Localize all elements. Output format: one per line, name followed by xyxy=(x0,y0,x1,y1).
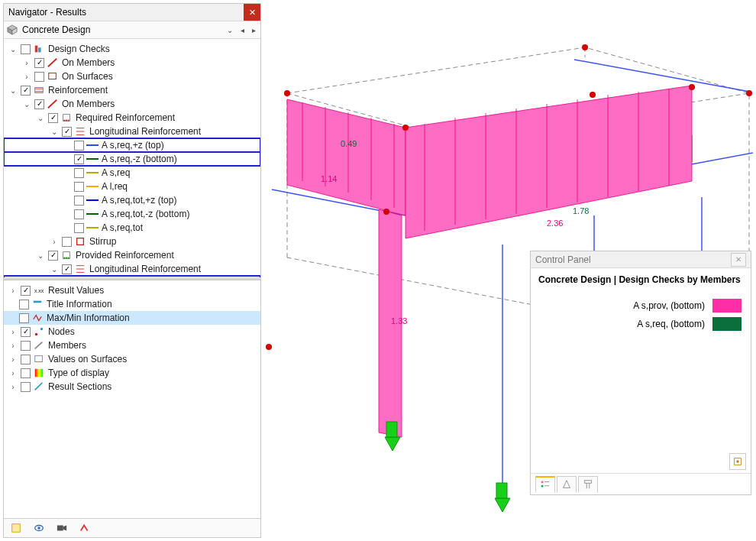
tab-scale[interactable] xyxy=(557,476,577,493)
tree-nodes[interactable]: ›Nodes xyxy=(4,325,260,339)
tree-maxmin-info[interactable]: Max/Min Information xyxy=(4,311,260,325)
tree-stirrup-req[interactable]: › Stirrup xyxy=(4,235,260,248)
checkbox[interactable] xyxy=(21,368,31,378)
expand-icon[interactable]: ⌄ xyxy=(36,114,45,122)
color-swatch xyxy=(86,199,99,201)
checkbox[interactable] xyxy=(34,58,44,68)
expand-icon[interactable]: › xyxy=(8,287,18,295)
tree-as-req-bottom[interactable]: A s,req,-z (bottom) xyxy=(4,152,260,166)
legend-label: A s,prov, (bottom) xyxy=(633,300,705,311)
tree-on-surfaces[interactable]: › On Surfaces xyxy=(4,70,260,83)
checkbox[interactable] xyxy=(19,313,29,323)
tab-legend[interactable] xyxy=(535,476,555,493)
checkbox[interactable] xyxy=(21,327,31,337)
close-button[interactable]: ✕ xyxy=(731,253,746,267)
checkbox[interactable] xyxy=(48,113,58,123)
tree-result-values[interactable]: ›x.xxResult Values xyxy=(4,283,260,297)
tab-results-icon[interactable] xyxy=(77,520,92,536)
checkbox[interactable] xyxy=(21,355,31,364)
tree-as-req-tot-top[interactable]: A s,req,tot,+z (top) xyxy=(4,193,260,207)
results-tree[interactable]: ⌄ Design Checks › On Members › On Surfac… xyxy=(4,39,260,277)
svg-rect-78 xyxy=(35,369,44,377)
checkbox[interactable] xyxy=(34,72,44,82)
checkbox[interactable] xyxy=(48,251,58,261)
checkbox[interactable] xyxy=(34,99,44,109)
svg-point-51 xyxy=(63,120,65,121)
expand-icon[interactable]: › xyxy=(50,238,59,246)
expand-icon[interactable]: › xyxy=(8,355,18,364)
legend-swatch xyxy=(712,299,741,313)
control-panel-titlebar[interactable]: Control Panel ✕ xyxy=(531,251,751,268)
tree-on-members[interactable]: › On Members xyxy=(4,56,260,70)
tree-as-req[interactable]: A s,req xyxy=(4,166,260,180)
tree-long-reinf-req[interactable]: ⌄ Longitudinal Reinforcement xyxy=(4,125,260,138)
svg-point-86 xyxy=(736,460,739,463)
svg-marker-35 xyxy=(385,437,400,451)
dropdown-chevron-icon[interactable]: ⌄ xyxy=(225,26,234,34)
checkbox[interactable] xyxy=(74,182,84,192)
checkbox[interactable] xyxy=(21,341,31,351)
tree-label: Nodes xyxy=(47,326,75,337)
checkbox[interactable] xyxy=(74,168,84,178)
expand-icon[interactable]: ⌄ xyxy=(8,45,18,53)
nav-next-icon[interactable]: ▸ xyxy=(250,26,257,34)
tree-title-info[interactable]: Title Information xyxy=(4,297,260,311)
checkbox[interactable] xyxy=(21,86,31,96)
tab-video-icon[interactable] xyxy=(54,520,69,536)
svg-point-61 xyxy=(68,258,69,259)
svg-marker-91 xyxy=(564,480,570,488)
checkbox[interactable] xyxy=(74,141,84,151)
tree-required-reinf[interactable]: ⌄ Required Reinforcement xyxy=(4,111,260,125)
tree-as-req-top[interactable]: A s,req,+z (top) xyxy=(4,138,260,152)
tree-long-reinf-prov[interactable]: ⌄ Longitudinal Reinforcement xyxy=(4,262,260,276)
expand-icon[interactable]: ⌄ xyxy=(8,86,18,95)
tab-views-icon[interactable] xyxy=(31,520,47,536)
display-options-tree[interactable]: ›x.xxResult Values Title Information Max… xyxy=(4,280,260,518)
expand-icon[interactable]: › xyxy=(8,342,18,350)
tree-on-members-reinf[interactable]: ⌄ On Members xyxy=(4,97,260,111)
nav-prev-icon[interactable]: ◂ xyxy=(239,26,246,34)
expand-icon[interactable]: › xyxy=(8,328,18,336)
checkbox[interactable] xyxy=(21,44,31,54)
svg-point-53 xyxy=(68,120,69,121)
expand-icon[interactable]: › xyxy=(22,59,31,67)
expand-icon[interactable]: ⌄ xyxy=(36,251,45,260)
tree-type-display[interactable]: ›Type of display xyxy=(4,366,260,380)
settings-button[interactable] xyxy=(729,453,746,470)
tree-values-surf-bottom[interactable]: ›Values on Surfaces xyxy=(4,352,260,366)
tree-label: Type of display xyxy=(47,368,109,378)
svg-point-82 xyxy=(37,526,40,530)
tree-as-req-tot[interactable]: A s,req,tot xyxy=(4,221,260,235)
tree-members[interactable]: ›Members xyxy=(4,339,260,352)
checkbox[interactable] xyxy=(74,154,84,164)
checkbox[interactable] xyxy=(74,223,84,233)
svg-rect-42 xyxy=(35,46,38,53)
value-label: 2.36 xyxy=(547,219,563,228)
tab-data-icon[interactable] xyxy=(8,520,24,536)
tree-design-checks[interactable]: ⌄ Design Checks xyxy=(4,42,260,56)
value-label: 1.33 xyxy=(391,316,407,326)
checkbox[interactable] xyxy=(21,382,31,392)
expand-icon[interactable]: › xyxy=(22,73,31,81)
svg-point-28 xyxy=(582,44,588,50)
tree-result-sections-bottom[interactable]: ›Result Sections xyxy=(4,380,260,394)
expand-icon[interactable]: ⌄ xyxy=(22,100,31,109)
checkbox[interactable] xyxy=(62,127,72,137)
checkbox[interactable] xyxy=(62,264,72,274)
tree-provided-reinf[interactable]: ⌄ Provided Reinforcement xyxy=(4,248,260,262)
expand-icon[interactable]: ⌄ xyxy=(50,265,59,274)
checkbox[interactable] xyxy=(19,300,29,309)
checkbox[interactable] xyxy=(74,196,84,206)
tree-as-req-tot-bottom[interactable]: A s,req,tot,-z (bottom) xyxy=(4,207,260,221)
results-dropdown[interactable]: Concrete Design ⌄ ◂ ▸ xyxy=(4,21,260,39)
expand-icon[interactable]: › xyxy=(8,369,18,377)
tree-reinforcement[interactable]: ⌄ Reinforcement xyxy=(4,83,260,97)
expand-icon[interactable]: › xyxy=(8,383,18,391)
expand-icon[interactable]: ⌄ xyxy=(50,128,59,136)
checkbox[interactable] xyxy=(21,286,31,296)
tab-filter[interactable] xyxy=(578,476,598,493)
tree-al-req[interactable]: A l,req xyxy=(4,180,260,193)
checkbox[interactable] xyxy=(74,209,84,219)
checkbox[interactable] xyxy=(62,237,72,247)
close-button[interactable]: ✕ xyxy=(244,4,260,21)
